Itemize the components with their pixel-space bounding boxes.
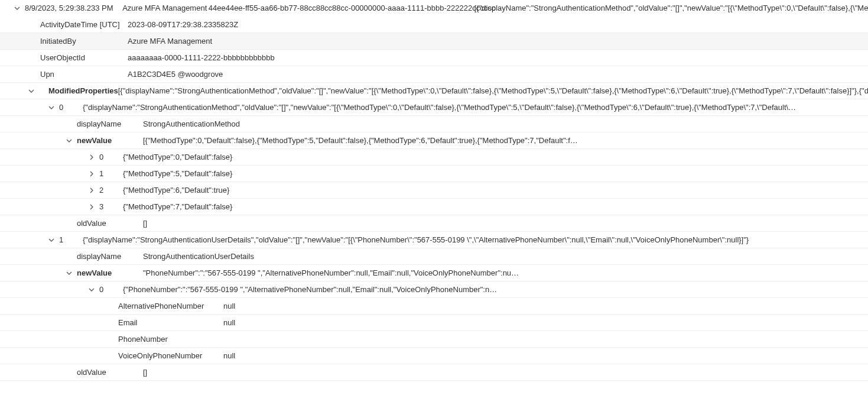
mp1-nv0-email[interactable]: Email null bbox=[0, 315, 868, 331]
mp0-nv-item-3[interactable]: 3 {"MethodType":7,"Default":false} bbox=[0, 199, 868, 215]
newvalue-key: newValue bbox=[77, 136, 143, 145]
mp1-nv0-altphone[interactable]: AlternativePhoneNumber null bbox=[0, 298, 868, 315]
array-index: 0 bbox=[59, 103, 83, 112]
newvalue-summary: [{"MethodType":0,"Default":false},{"Meth… bbox=[143, 136, 868, 145]
prop-key: VoiceOnlyPhoneNumber bbox=[118, 351, 223, 361]
prop-row-initiatedby[interactable]: InitiatedBy Azure MFA Management bbox=[0, 33, 868, 50]
prop-key: AlternativePhoneNumber bbox=[118, 302, 223, 311]
prop-key: PhoneNumber bbox=[118, 335, 223, 344]
prop-value: A1B2C3D4E5 @woodgrove bbox=[128, 70, 868, 79]
array-item-summary: {"MethodType":0,"Default":false} bbox=[123, 153, 868, 162]
chevron-right-icon[interactable] bbox=[87, 203, 96, 211]
mp0-nv-item-1[interactable]: 1 {"MethodType":5,"Default":false} bbox=[0, 166, 868, 182]
chevron-right-icon[interactable] bbox=[87, 186, 96, 195]
prop-value: Azure MFA Management bbox=[128, 37, 868, 46]
prop-key: displayName bbox=[77, 252, 143, 261]
prop-key: oldValue bbox=[77, 219, 143, 228]
prop-value: null bbox=[223, 302, 868, 311]
array-item-summary: {"MethodType":7,"Default":false} bbox=[123, 202, 868, 212]
chevron-down-icon[interactable] bbox=[27, 87, 35, 95]
prop-row-userobjectid[interactable]: UserObjectId aaaaaaaa-0000-1111-2222-bbb… bbox=[0, 50, 868, 66]
array-item-summary: {"displayName":"StrongAuthenticationUser… bbox=[83, 235, 868, 245]
mp-item-0-row[interactable]: 0 {"displayName":"StrongAuthenticationMe… bbox=[0, 99, 868, 116]
prop-value: [] bbox=[143, 219, 868, 228]
mp1-oldvalue-row[interactable]: oldValue [] bbox=[0, 364, 868, 381]
array-item-summary: {"displayName":"StrongAuthenticationMeth… bbox=[83, 103, 868, 112]
prop-value: null bbox=[223, 351, 868, 361]
record-correlation-id: 44ee44ee-ff55-aa66-bb77-88cc88cc88cc-000… bbox=[209, 4, 474, 13]
mp0-newvalue-row[interactable]: newValue [{"MethodType":0,"Default":fals… bbox=[0, 132, 868, 149]
mp-item-1-row[interactable]: 1 {"displayName":"StrongAuthenticationUs… bbox=[0, 232, 868, 248]
chevron-right-icon[interactable] bbox=[87, 153, 96, 161]
newvalue-key: newValue bbox=[77, 268, 143, 278]
prop-row-activitydatetime[interactable]: ActivityDateTime [UTC] 2023-08-09T17:29:… bbox=[0, 17, 868, 33]
prop-key: ActivityDateTime [UTC] bbox=[40, 20, 128, 30]
chevron-right-icon[interactable] bbox=[87, 170, 96, 178]
array-item-summary: {"MethodType":5,"Default":false} bbox=[123, 169, 868, 179]
record-service: Azure MFA Management bbox=[122, 4, 209, 13]
prop-value: StrongAuthenticationUserDetails bbox=[143, 252, 868, 261]
prop-value: StrongAuthenticationMethod bbox=[143, 119, 868, 129]
prop-key: displayName bbox=[77, 119, 143, 129]
prop-value: aaaaaaaa-0000-1111-2222-bbbbbbbbbbbb bbox=[128, 53, 868, 63]
array-index: 1 bbox=[59, 235, 83, 245]
prop-value: [] bbox=[143, 368, 868, 377]
record-json-preview: [{"displayName":"StrongAuthenticationMet… bbox=[474, 4, 868, 13]
chevron-down-icon[interactable] bbox=[47, 103, 56, 112]
chevron-down-icon[interactable] bbox=[65, 137, 73, 145]
mp1-nv0-voiceonly[interactable]: VoiceOnlyPhoneNumber null bbox=[0, 348, 868, 364]
array-index: 3 bbox=[99, 202, 123, 212]
prop-key: Email bbox=[118, 318, 223, 328]
mp1-displayname-row[interactable]: displayName StrongAuthenticationUserDeta… bbox=[0, 248, 868, 265]
array-index: 0 bbox=[99, 153, 123, 162]
chevron-down-icon[interactable] bbox=[65, 269, 73, 277]
array-index: 2 bbox=[99, 186, 123, 195]
record-summary-row[interactable]: 8/9/2023, 5:29:38.233 PM Azure MFA Manag… bbox=[0, 0, 868, 17]
chevron-down-icon[interactable] bbox=[87, 286, 96, 294]
modifiedproperties-row[interactable]: ModifiedProperties [{"displayName":"Stro… bbox=[0, 83, 868, 99]
record-timestamp: 8/9/2023, 5:29:38.233 PM bbox=[25, 4, 122, 13]
prop-row-upn[interactable]: Upn A1B2C3D4E5 @woodgrove bbox=[0, 66, 868, 83]
mp0-displayname-row[interactable]: displayName StrongAuthenticationMethod bbox=[0, 116, 868, 132]
mp0-oldvalue-row[interactable]: oldValue [] bbox=[0, 215, 868, 232]
prop-key: Upn bbox=[40, 70, 128, 79]
chevron-down-icon[interactable] bbox=[13, 4, 21, 12]
prop-value: null bbox=[223, 318, 868, 328]
chevron-down-icon[interactable] bbox=[47, 236, 56, 244]
array-item-summary: {"MethodType":6,"Default":true} bbox=[123, 186, 868, 195]
array-item-summary: {"PhoneNumber":":"567-555-0199 ","Altern… bbox=[123, 285, 868, 294]
mp1-nv-item-0[interactable]: 0 {"PhoneNumber":":"567-555-0199 ","Alte… bbox=[0, 281, 868, 298]
modifiedproperties-summary: [{"displayName":"StrongAuthenticationMet… bbox=[118, 86, 868, 96]
array-index: 0 bbox=[99, 285, 123, 294]
mp1-nv0-phone[interactable]: PhoneNumber bbox=[0, 331, 868, 348]
prop-value: 2023-08-09T17:29:38.2335823Z bbox=[128, 20, 868, 30]
mp1-newvalue-row[interactable]: newValue "PhoneNumber":":"567-555-0199 "… bbox=[0, 265, 868, 281]
mp0-nv-item-2[interactable]: 2 {"MethodType":6,"Default":true} bbox=[0, 182, 868, 199]
modifiedproperties-key: ModifiedProperties bbox=[48, 86, 118, 96]
mp0-nv-item-0[interactable]: 0 {"MethodType":0,"Default":false} bbox=[0, 149, 868, 166]
prop-key: InitiatedBy bbox=[40, 37, 128, 46]
prop-key: UserObjectId bbox=[40, 53, 128, 63]
prop-key: oldValue bbox=[77, 368, 143, 377]
newvalue-summary: "PhoneNumber":":"567-555-0199 ","Alterna… bbox=[143, 268, 868, 278]
array-index: 1 bbox=[99, 169, 123, 179]
